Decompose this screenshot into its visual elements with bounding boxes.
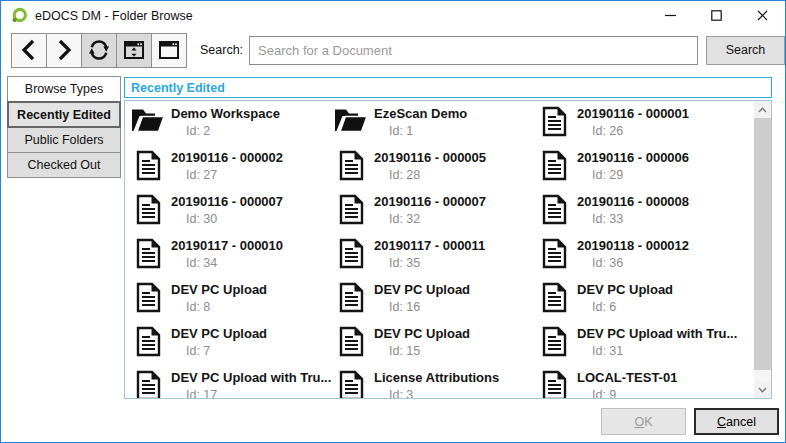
vertical-scrollbar[interactable]	[754, 101, 771, 398]
item-id: Id: 8	[186, 299, 267, 316]
forward-button[interactable]	[46, 33, 82, 68]
list-item[interactable]: 20190116 - 000007 Id: 30	[130, 192, 333, 236]
item-name: DEV PC Upload	[374, 324, 470, 343]
item-id: Id: 29	[592, 167, 689, 184]
close-icon	[757, 10, 768, 21]
title-bar: eDOCS DM - Folder Browse	[1, 1, 785, 30]
window-split-icon	[122, 38, 146, 62]
document-icon	[339, 150, 364, 181]
list-item[interactable]: 20190116 - 000005 Id: 28	[333, 148, 536, 192]
maximize-button[interactable]	[693, 1, 739, 30]
scroll-up-button[interactable]	[754, 101, 771, 118]
document-icon	[542, 326, 567, 357]
sidebar-item-checked-out[interactable]: Checked Out	[7, 152, 121, 178]
item-id: Id: 17	[186, 387, 331, 399]
list-item[interactable]: DEV PC Upload Id: 8	[130, 280, 333, 324]
list-item[interactable]: 20190116 - 000002 Id: 27	[130, 148, 333, 192]
window-view-button[interactable]	[151, 33, 187, 68]
item-id: Id: 34	[186, 255, 283, 272]
document-icon	[339, 370, 364, 399]
search-input[interactable]	[249, 36, 698, 65]
list-item[interactable]: 20190116 - 000006 Id: 29	[536, 148, 739, 192]
list-item[interactable]: 20190117 - 000010 Id: 34	[130, 236, 333, 280]
item-grid: Demo Workspace Id: 2 EzeScan Demo Id: 1	[130, 104, 750, 399]
document-icon	[542, 150, 567, 181]
maximize-icon	[711, 10, 722, 21]
search-label: Search:	[200, 43, 243, 57]
list-item[interactable]: Demo Workspace Id: 2	[130, 104, 333, 148]
list-item[interactable]: DEV PC Upload Id: 16	[333, 280, 536, 324]
item-id: Id: 9	[592, 387, 677, 399]
list-item[interactable]: 20190117 - 000011 Id: 35	[333, 236, 536, 280]
list-item[interactable]: 20190116 - 000001 Id: 26	[536, 104, 739, 148]
sidebar-item-browse-types[interactable]: Browse Types	[7, 76, 121, 102]
document-icon	[542, 238, 567, 269]
sidebar: Browse Types Recently Edited Public Fold…	[7, 76, 121, 178]
list-item[interactable]: 20190116 - 000007 Id: 32	[333, 192, 536, 236]
item-name: 20190116 - 000001	[577, 104, 689, 123]
list-item[interactable]: DEV PC Upload Id: 15	[333, 324, 536, 368]
document-icon	[339, 326, 364, 357]
item-id: Id: 6	[592, 299, 673, 316]
item-id: Id: 1	[389, 123, 467, 140]
item-id: Id: 31	[592, 343, 737, 360]
item-name: License Attributions	[374, 368, 499, 387]
list-header: Recently Edited	[124, 77, 772, 98]
sidebar-item-recently-edited[interactable]: Recently Edited	[7, 101, 121, 128]
document-icon	[136, 194, 161, 225]
document-icon	[542, 370, 567, 399]
document-icon	[542, 194, 567, 225]
document-icon	[339, 194, 364, 225]
item-name: 20190118 - 000012	[577, 236, 689, 255]
sidebar-item-public-folders[interactable]: Public Folders	[7, 127, 121, 153]
document-icon	[136, 238, 161, 269]
list-item[interactable]: License Attributions Id: 3	[333, 368, 536, 399]
back-button[interactable]	[11, 33, 47, 68]
item-id: Id: 36	[592, 255, 689, 272]
scrollbar-thumb[interactable]	[754, 118, 771, 370]
search-button[interactable]: Search	[706, 36, 785, 65]
item-id: Id: 30	[186, 211, 283, 228]
list-item[interactable]: DEV PC Upload Id: 6	[536, 280, 739, 324]
folder-icon	[131, 106, 165, 133]
scroll-down-button[interactable]	[754, 381, 771, 398]
item-name: DEV PC Upload	[171, 280, 267, 299]
item-id: Id: 2	[186, 123, 280, 140]
chevron-left-icon	[18, 38, 40, 62]
list-item[interactable]: DEV PC Upload with Tru... Id: 17	[130, 368, 333, 399]
item-name: 20190117 - 000011	[374, 236, 485, 255]
list-item[interactable]: EzeScan Demo Id: 1	[333, 104, 536, 148]
document-icon	[542, 282, 567, 313]
item-name: DEV PC Upload	[374, 280, 470, 299]
document-icon	[136, 370, 161, 399]
item-id: Id: 26	[592, 123, 689, 140]
item-id: Id: 28	[389, 167, 486, 184]
list-item[interactable]: LOCAL-TEST-01 Id: 9	[536, 368, 739, 399]
list-item[interactable]: DEV PC Upload Id: 7	[130, 324, 333, 368]
list-item[interactable]: 20190118 - 000012 Id: 36	[536, 236, 739, 280]
chevron-right-icon	[53, 38, 75, 62]
item-name: DEV PC Upload with Tru...	[577, 324, 737, 343]
list-item[interactable]: 20190116 - 000008 Id: 33	[536, 192, 739, 236]
list-item[interactable]: DEV PC Upload with Tru... Id: 31	[536, 324, 739, 368]
chevron-down-icon	[758, 387, 767, 393]
ok-button[interactable]: OK	[601, 408, 686, 435]
folder-icon	[334, 106, 368, 133]
document-icon	[339, 282, 364, 313]
item-id: Id: 16	[389, 299, 470, 316]
item-id: Id: 32	[389, 211, 486, 228]
document-icon	[136, 150, 161, 181]
chevron-up-icon	[758, 107, 767, 113]
item-name: 20190116 - 000007	[171, 192, 283, 211]
document-icon	[136, 282, 161, 313]
item-id: Id: 3	[389, 387, 499, 399]
minimize-button[interactable]	[647, 1, 693, 30]
refresh-button[interactable]	[81, 33, 117, 68]
document-icon	[339, 238, 364, 269]
item-name: EzeScan Demo	[374, 104, 467, 123]
close-button[interactable]	[739, 1, 785, 30]
item-name: DEV PC Upload	[577, 280, 673, 299]
pane-view-button[interactable]	[116, 33, 152, 68]
toolbar: Search: Search	[1, 31, 785, 69]
cancel-button[interactable]: Cancel	[694, 408, 779, 435]
